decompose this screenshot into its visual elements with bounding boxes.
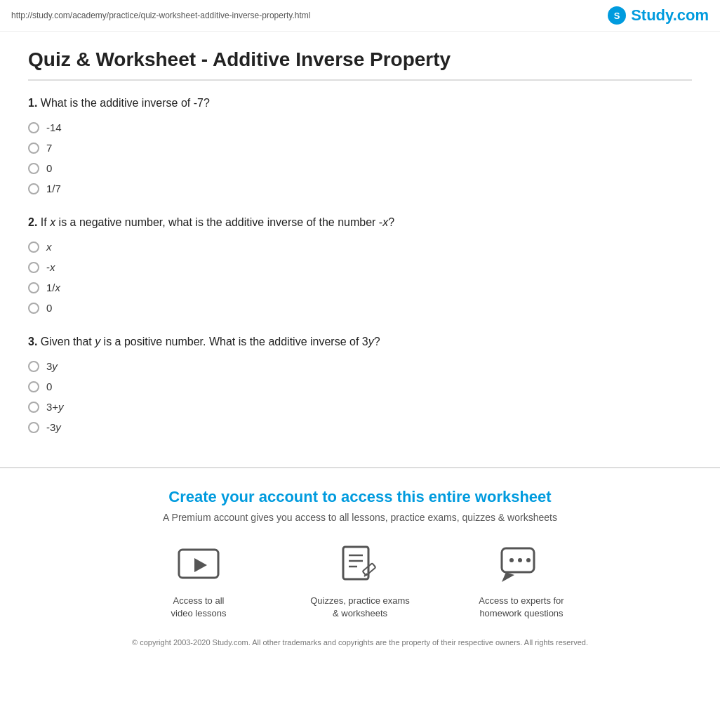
option-label: x xyxy=(46,241,52,253)
radio-button[interactable] xyxy=(28,402,39,413)
features-row: Access to allvideo lessons Quizzes, prac… xyxy=(14,543,706,620)
question-3-number: 3. xyxy=(28,336,37,348)
question-1-number: 1. xyxy=(28,97,37,109)
option-label: -x xyxy=(46,261,55,273)
q3-var-y: y xyxy=(95,336,100,348)
svg-point-13 xyxy=(518,558,522,562)
option-item[interactable]: 1/7 xyxy=(28,183,692,194)
svg-text:S: S xyxy=(614,11,620,21)
feature-video: Access to allvideo lessons xyxy=(146,543,251,620)
chat-icon xyxy=(499,543,544,588)
radio-button[interactable] xyxy=(28,381,39,392)
option-label: 3+y xyxy=(46,401,64,413)
question-2-options: x -x 1/x 0 xyxy=(28,241,692,314)
question-2-number: 2. xyxy=(28,216,37,228)
radio-button[interactable] xyxy=(28,163,39,174)
feature-video-label: Access to allvideo lessons xyxy=(171,595,227,620)
q2-var-x: x xyxy=(50,216,55,228)
feature-quizzes: Quizzes, practice exams& worksheets xyxy=(307,543,413,620)
feature-experts: Access to experts forhomework questions xyxy=(469,543,574,620)
radio-button[interactable] xyxy=(28,361,39,372)
option-label: -3y xyxy=(46,421,61,433)
question-1: 1. What is the additive inverse of -7? -… xyxy=(28,95,692,194)
video-icon xyxy=(176,543,221,588)
option-item[interactable]: 7 xyxy=(28,142,692,154)
svg-point-14 xyxy=(526,558,531,562)
option-item[interactable]: 0 xyxy=(28,380,692,392)
question-3: 3. Given that y is a positive number. Wh… xyxy=(28,333,692,433)
option-label: 1/7 xyxy=(46,183,61,194)
svg-point-12 xyxy=(509,558,514,562)
cta-subtitle: A Premium account gives you access to al… xyxy=(14,512,706,523)
main-content: Quiz & Worksheet - Additive Inverse Prop… xyxy=(0,32,720,467)
radio-button[interactable] xyxy=(28,241,39,253)
q3-var-y2: y xyxy=(368,336,374,348)
option-item[interactable]: x xyxy=(28,241,692,253)
radio-button[interactable] xyxy=(28,303,39,314)
question-3-text: 3. Given that y is a positive number. Wh… xyxy=(28,333,692,350)
option-label: -14 xyxy=(46,121,62,133)
option-label: 0 xyxy=(46,302,52,314)
option-item[interactable]: 0 xyxy=(28,302,692,314)
copyright: © copyright 2003-2020 Study.com. All oth… xyxy=(14,637,706,649)
radio-button[interactable] xyxy=(28,282,39,293)
question-1-body: What is the additive inverse of -7? xyxy=(41,97,210,109)
option-item[interactable]: 3+y xyxy=(28,401,692,413)
svg-marker-3 xyxy=(194,558,207,572)
option-item[interactable]: 1/x xyxy=(28,282,692,293)
option-label: 1/x xyxy=(46,282,60,293)
question-3-options: 3y 0 3+y -3y xyxy=(28,360,692,433)
url-bar: http://study.com/academy/practice/quiz-w… xyxy=(11,11,310,20)
option-label: 3y xyxy=(46,360,58,372)
question-1-options: -14 7 0 1/7 xyxy=(28,121,692,194)
feature-quizzes-label: Quizzes, practice exams& worksheets xyxy=(310,595,410,620)
top-bar: http://study.com/academy/practice/quiz-w… xyxy=(0,0,720,32)
radio-button[interactable] xyxy=(28,143,39,154)
cta-title: Create your account to access this entir… xyxy=(14,488,706,506)
cta-section: Create your account to access this entir… xyxy=(0,467,720,663)
svg-marker-11 xyxy=(502,572,514,582)
logo-dotcom: .com xyxy=(673,6,709,24)
radio-button[interactable] xyxy=(28,122,39,133)
quiz-icon xyxy=(338,543,382,588)
logo-study: Study xyxy=(631,6,672,24)
feature-experts-label: Access to experts forhomework questions xyxy=(479,595,564,620)
logo-text: Study.com xyxy=(631,6,709,25)
question-2: 2. If x is a negative number, what is th… xyxy=(28,214,692,314)
logo-area: S Study.com xyxy=(607,6,709,25)
option-item[interactable]: -3y xyxy=(28,421,692,433)
option-item[interactable]: 0 xyxy=(28,162,692,174)
page-title: Quiz & Worksheet - Additive Inverse Prop… xyxy=(28,48,692,81)
radio-button[interactable] xyxy=(28,183,39,194)
option-item[interactable]: 3y xyxy=(28,360,692,372)
question-1-text: 1. What is the additive inverse of -7? xyxy=(28,95,692,112)
option-label: 0 xyxy=(46,380,52,392)
q2-var-x2: x xyxy=(382,216,388,228)
radio-button[interactable] xyxy=(28,262,39,273)
option-label: 7 xyxy=(46,142,52,154)
option-item[interactable]: -x xyxy=(28,261,692,273)
option-label: 0 xyxy=(46,162,52,174)
radio-button[interactable] xyxy=(28,422,39,433)
question-2-text: 2. If x is a negative number, what is th… xyxy=(28,214,692,231)
studycom-logo-icon: S xyxy=(607,6,627,25)
option-item[interactable]: -14 xyxy=(28,121,692,133)
